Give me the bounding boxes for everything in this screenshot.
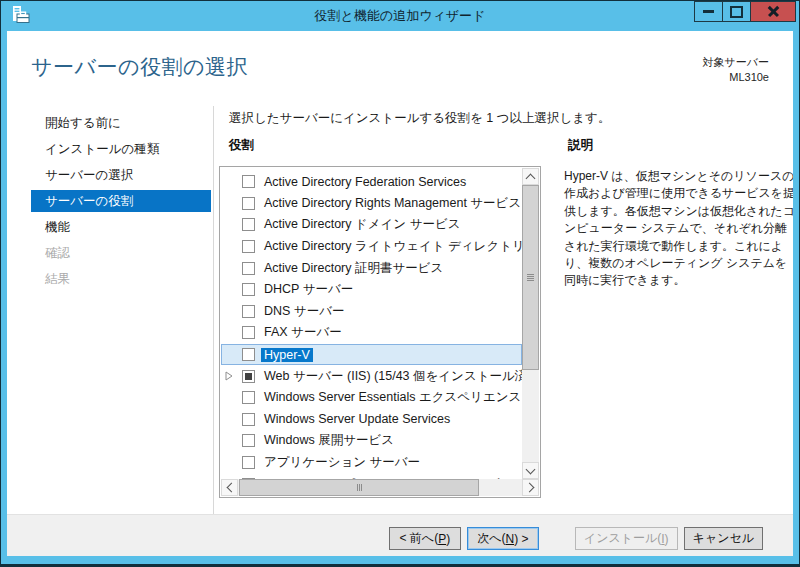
chevron-down-icon xyxy=(526,464,536,474)
role-checkbox[interactable] xyxy=(242,391,255,404)
target-server: 対象サーバー ML310e xyxy=(702,55,769,86)
description-text: Hyper-V は、仮想マシンとそのリソースの作成および管理に使用できるサービス… xyxy=(564,168,793,290)
role-label: FAX サーバー xyxy=(264,324,342,341)
role-checkbox[interactable] xyxy=(242,262,255,275)
role-row[interactable]: Active Directory Rights Management サービス xyxy=(221,193,522,215)
chevron-up-icon xyxy=(526,173,536,183)
sidebar-item-before-you-begin[interactable]: 開始する前に xyxy=(7,110,213,136)
sidebar-item-installation-type[interactable]: インストールの種類 xyxy=(7,136,213,162)
role-row[interactable]: Active Directory Federation Services xyxy=(221,171,522,193)
role-row[interactable]: DNS サーバー xyxy=(221,301,522,323)
install-button: インストール(I) xyxy=(575,527,678,550)
role-row[interactable]: Windows Server Update Services xyxy=(221,409,522,431)
cancel-button[interactable]: キャンセル xyxy=(684,527,763,550)
sidebar-item-confirmation: 確認 xyxy=(7,240,213,266)
roles-list-label: 役割 xyxy=(229,137,254,154)
scroll-up-button[interactable] xyxy=(522,168,539,185)
vertical-scrollbar-thumb[interactable] xyxy=(522,185,539,370)
description-heading: 説明 xyxy=(568,137,793,154)
role-row[interactable]: Active Directory 証明書サービス xyxy=(221,257,522,279)
role-label: Windows 展開サービス xyxy=(264,432,394,449)
role-label: Web サーバー (IIS) (15/43 個をインストール済み) xyxy=(264,368,522,385)
page-title: サーバーの役割の選択 xyxy=(31,53,248,81)
role-row[interactable]: アプリケーション サーバー xyxy=(221,452,522,474)
role-row[interactable]: Active Directory ドメイン サービス xyxy=(221,214,522,236)
role-label: Active Directory Federation Services xyxy=(264,175,466,189)
footer-buttons: < 前へ(P) 次へ(N) > インストール(I) キャンセル xyxy=(389,527,763,550)
role-label: Hyper-V xyxy=(261,348,313,362)
horizontal-scrollbar[interactable] xyxy=(221,479,539,496)
role-label: Windows Server Update Services xyxy=(264,412,450,426)
window-controls xyxy=(695,1,796,22)
next-button[interactable]: 次へ(N) > xyxy=(467,527,539,550)
footer-bar: < 前へ(P) 次へ(N) > インストール(I) キャンセル xyxy=(7,514,793,556)
sidebar-item-results: 結果 xyxy=(7,266,213,292)
sidebar-item-server-roles[interactable]: サーバーの役割 xyxy=(31,190,211,212)
close-icon xyxy=(767,5,780,18)
maximize-icon xyxy=(730,6,743,18)
role-row[interactable]: Active Directory ライトウェイト ディレクトリ サービス xyxy=(221,236,522,258)
description-panel: 説明 Hyper-V は、仮想マシンとそのリソースの作成および管理に使用できるサ… xyxy=(564,137,793,290)
role-checkbox[interactable] xyxy=(242,326,255,339)
close-button[interactable] xyxy=(750,1,796,22)
roles-list: Active Directory Federation Services Act… xyxy=(219,166,541,498)
role-checkbox[interactable] xyxy=(242,305,255,318)
role-row[interactable]: FAX サーバー xyxy=(221,322,522,344)
role-label: DHCP サーバー xyxy=(264,281,353,298)
minimize-button[interactable] xyxy=(694,1,723,22)
role-row-selected[interactable]: Hyper-V xyxy=(221,344,522,366)
wizard-body: サーバーの役割の選択 対象サーバー ML310e 開始する前に インストールの種… xyxy=(7,31,793,556)
role-row[interactable]: DHCP サーバー xyxy=(221,279,522,301)
chevron-right-icon xyxy=(524,483,534,493)
role-checkbox[interactable] xyxy=(242,175,255,188)
window-title: 役割と機能の追加ウィザード xyxy=(1,7,799,25)
sidebar-item-features[interactable]: 機能 xyxy=(7,214,213,240)
role-row[interactable]: Windows 展開サービス xyxy=(221,430,522,452)
role-label: Active Directory ライトウェイト ディレクトリ サービス xyxy=(264,238,522,255)
role-label: アプリケーション サーバー xyxy=(264,454,420,471)
previous-button[interactable]: < 前へ(P) xyxy=(389,527,461,550)
role-row[interactable]: Windows Server Essentials エクスペリエンス xyxy=(221,387,522,409)
wizard-steps-sidebar: 開始する前に インストールの種類 サーバーの選択 サーバーの役割 機能 確認 結… xyxy=(7,106,214,515)
role-checkbox-partial[interactable] xyxy=(242,370,255,383)
expand-chevron-icon[interactable] xyxy=(224,371,234,381)
role-checkbox[interactable] xyxy=(242,197,255,210)
target-server-label: 対象サーバー xyxy=(702,55,769,70)
role-label: Active Directory 証明書サービス xyxy=(264,260,443,277)
role-label: DNS サーバー xyxy=(264,303,344,320)
title-bar: 役割と機能の追加ウィザード xyxy=(1,1,799,30)
wizard-window: 役割と機能の追加ウィザード サーバーの役割の選択 対象サーバー ML310e 開… xyxy=(0,0,800,567)
maximize-button[interactable] xyxy=(722,1,751,22)
role-label: Windows Server Essentials エクスペリエンス xyxy=(264,389,521,406)
roles-rows: Active Directory Federation Services Act… xyxy=(221,168,522,479)
main-pane: 選択したサーバーにインストールする役割を 1 つ以上選択します。 役割 Acti… xyxy=(215,106,793,515)
role-checkbox[interactable] xyxy=(242,348,255,361)
role-checkbox[interactable] xyxy=(242,218,255,231)
instruction-text: 選択したサーバーにインストールする役割を 1 つ以上選択します。 xyxy=(229,110,610,127)
sidebar-item-server-selection[interactable]: サーバーの選択 xyxy=(7,162,213,188)
scroll-down-button[interactable] xyxy=(522,462,539,479)
role-checkbox[interactable] xyxy=(242,240,255,253)
target-server-value: ML310e xyxy=(702,70,769,85)
role-row[interactable]: Web サーバー (IIS) (15/43 個をインストール済み) xyxy=(221,365,522,387)
chevron-left-icon xyxy=(226,483,236,493)
role-checkbox[interactable] xyxy=(242,283,255,296)
vertical-scrollbar[interactable] xyxy=(522,168,539,479)
role-label: Active Directory ドメイン サービス xyxy=(264,216,461,233)
role-checkbox[interactable] xyxy=(242,413,255,426)
role-checkbox[interactable] xyxy=(242,456,255,469)
scroll-right-button[interactable] xyxy=(522,479,539,496)
role-label: Active Directory Rights Management サービス xyxy=(264,195,521,212)
minimize-icon xyxy=(703,10,714,13)
scroll-left-button[interactable] xyxy=(221,479,238,496)
role-checkbox[interactable] xyxy=(242,434,255,447)
horizontal-scrollbar-thumb[interactable] xyxy=(239,479,479,496)
